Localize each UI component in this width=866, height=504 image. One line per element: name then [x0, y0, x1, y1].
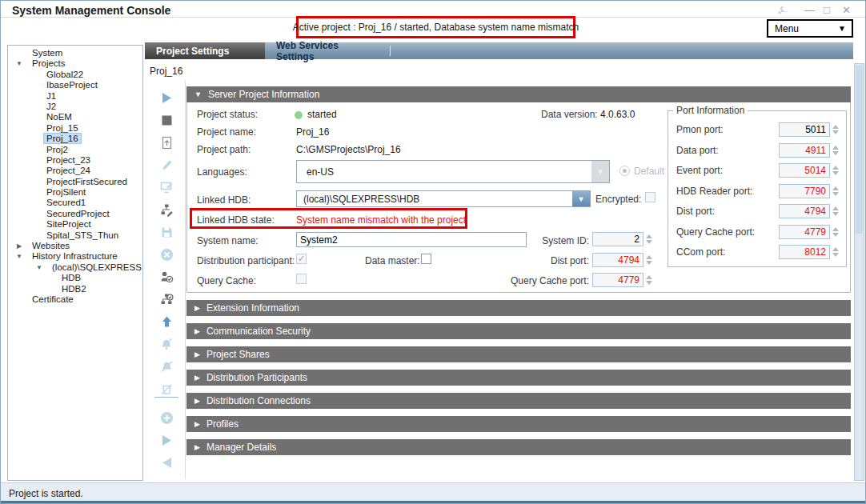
tree-item[interactable]: Proj_15 [8, 123, 142, 134]
disable-alarms-icon[interactable] [157, 357, 176, 376]
section-communication-security[interactable]: ▶Communication Security [186, 323, 851, 339]
system-id-spinner[interactable]: 2 [592, 232, 653, 246]
add-icon[interactable] [157, 408, 176, 427]
tree-item[interactable]: Proj2 [8, 145, 142, 155]
port-row: Pmon port:5011 [668, 122, 840, 137]
chevron-down-icon[interactable]: ▼ [31, 262, 47, 273]
tree-item[interactable]: HDB [8, 273, 142, 283]
tab-web-services-settings[interactable]: Web Services Settings [265, 42, 383, 59]
chevron-down-icon[interactable]: ▼ [11, 251, 27, 262]
chevron-down-icon[interactable]: ▼ [11, 58, 27, 69]
menu-button[interactable]: Menu ▼ [767, 19, 853, 38]
port-spinner[interactable]: 8012 [779, 245, 840, 259]
vertical-scrollbar[interactable] [854, 63, 864, 481]
chevron-right-icon[interactable]: ▶ [11, 241, 27, 251]
stop-project-icon[interactable] [157, 110, 176, 130]
scrollbar-thumb[interactable] [856, 66, 863, 234]
restore-project-icon[interactable] [157, 133, 176, 152]
tree-item[interactable]: ▶Websites [8, 241, 142, 251]
edit-project-icon[interactable] [157, 155, 176, 174]
port-label: Pmon port: [676, 124, 724, 135]
port-spinner[interactable]: 4794 [779, 204, 840, 218]
activate-prev-icon[interactable] [157, 453, 176, 472]
cancel-icon[interactable] [157, 245, 176, 264]
port-spinner[interactable]: 4779 [779, 225, 840, 239]
edit-monitor-icon[interactable] [157, 178, 176, 197]
data-master-checkbox[interactable] [421, 254, 431, 264]
tree-item[interactable]: SiteProject [8, 219, 142, 230]
dist-port-spinner[interactable]: 4794 [592, 253, 653, 267]
port-spinner[interactable]: 5011 [779, 122, 840, 137]
section-project-shares[interactable]: ▶Project Shares [186, 346, 851, 362]
tree-item-label: SecuredProject [44, 209, 112, 218]
tree-item[interactable]: IbaseProject [8, 80, 142, 90]
activate-next-icon[interactable] [157, 430, 176, 450]
tree-item[interactable]: J2 [8, 102, 142, 112]
system-name-label: System name: [197, 235, 259, 246]
port-spinner[interactable]: 4911 [779, 143, 840, 158]
window-bottom-edge [1, 501, 865, 503]
port-label: Dist port: [676, 206, 715, 217]
encrypted-checkbox[interactable] [645, 192, 656, 202]
clear-data-icon[interactable] [157, 379, 176, 398]
chevron-down-icon[interactable]: ▼ [572, 191, 590, 206]
linked-hdb-dropdown[interactable]: (local)\SQLEXPRESS\HDB ▼ [296, 190, 591, 207]
save-icon[interactable] [157, 222, 176, 242]
port-spinner[interactable]: 5014 [779, 163, 840, 178]
section-manager-details[interactable]: ▶Manager Details [186, 439, 851, 455]
title-bar: System Management Console [1, 1, 865, 18]
tree-item[interactable]: NoEM [8, 112, 142, 122]
tree-item[interactable]: Spital_STS_Thun [8, 230, 142, 241]
port-spinner[interactable]: 7790 [779, 184, 840, 198]
system-name-input[interactable] [296, 232, 527, 247]
start-project-icon[interactable] [157, 88, 176, 107]
chevron-right-icon: ▶ [194, 304, 200, 312]
mute-alarms-icon[interactable] [157, 334, 176, 354]
tree-item[interactable]: Project_24 [8, 166, 142, 176]
project-settings-panel: ▼ Server Project Information Project sta… [186, 86, 851, 455]
default-language-radio[interactable] [619, 166, 630, 176]
section-distribution-connections[interactable]: ▶Distribution Connections [186, 393, 851, 409]
tree-item[interactable]: SecuredProject [8, 209, 142, 219]
tree-item[interactable]: Proj_16 [8, 134, 142, 144]
close-button[interactable]: ✕ [842, 4, 851, 16]
tab-separator [390, 46, 391, 56]
tree-item-label: Proj_16 [44, 134, 81, 143]
check-distribution-icon[interactable] [157, 290, 176, 309]
query-cache-port-spinner[interactable]: 4779 [592, 273, 653, 287]
port-row: Data port:4911 [668, 143, 840, 158]
tree-item-label: HDB2 [59, 284, 89, 294]
tree-item[interactable]: HDB2 [8, 284, 142, 294]
chevron-right-icon: ▶ [194, 443, 200, 451]
minimize-button[interactable]: — [804, 4, 815, 16]
tree-item[interactable]: ▼(local)\SQLEXPRESS [8, 262, 142, 273]
upgrade-project-icon[interactable] [157, 312, 176, 331]
tree-item[interactable]: Project_23 [8, 155, 142, 166]
tree-item[interactable]: Secured1 [8, 198, 142, 208]
query-cache-label: Query Cache: [197, 275, 256, 286]
tab-bar: Project Settings Web Services Settings [145, 42, 853, 59]
tree-item[interactable]: Global22 [8, 70, 142, 80]
section-extension-information[interactable]: ▶Extension Information [186, 300, 851, 316]
section-distribution-participants[interactable]: ▶Distribution Participants [186, 370, 851, 386]
system-management-console-window: { "window": { "title": "System Managemen… [0, 0, 866, 504]
tree-item[interactable]: J1 [8, 91, 142, 102]
languages-dropdown[interactable]: en-US ▼ [296, 160, 610, 183]
query-cache-checkbox[interactable] [296, 274, 307, 284]
tree-item[interactable]: System [8, 48, 142, 58]
tree-item[interactable]: ▼History Infrastructure [8, 251, 142, 262]
edit-distribution-icon[interactable] [157, 200, 176, 219]
tree-item[interactable]: ProjSilent [8, 187, 142, 198]
tree-item[interactable]: Certificate [8, 294, 142, 305]
section-server-project-information[interactable]: ▼ Server Project Information [186, 86, 851, 102]
chevron-down-icon[interactable]: ▼ [591, 161, 609, 182]
status-started-icon [295, 111, 303, 119]
linked-hdb-state-label: Linked HDB state: [197, 214, 275, 226]
maximize-button[interactable]: □ [824, 4, 830, 16]
check-project-icon[interactable] [157, 267, 176, 286]
tree-item[interactable]: ▼Projects [8, 58, 142, 69]
distribution-participant-checkbox[interactable] [296, 254, 307, 264]
tree-item[interactable]: ProjectFirstSecured [8, 177, 142, 187]
section-label: Profiles [206, 418, 239, 430]
section-profiles[interactable]: ▶Profiles [186, 416, 851, 432]
